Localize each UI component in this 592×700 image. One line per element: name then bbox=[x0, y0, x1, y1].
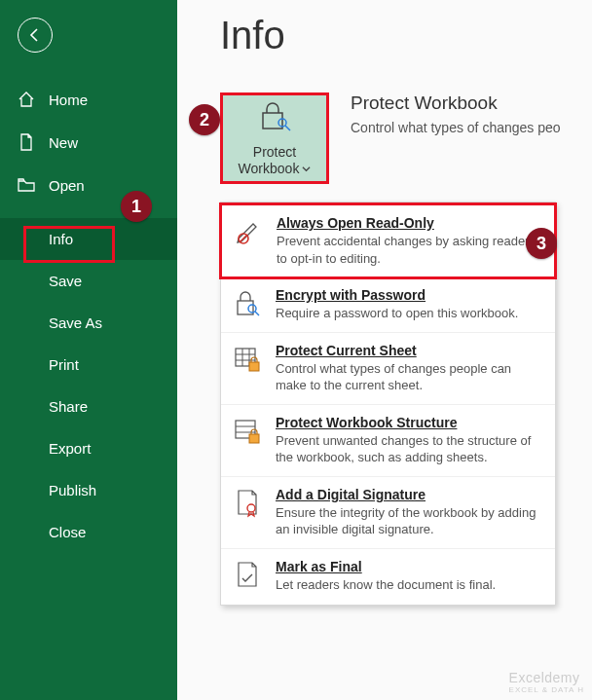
watermark: Exceldemy EXCEL & DATA H bbox=[509, 670, 584, 694]
sidebar-item-save[interactable]: Save bbox=[0, 260, 177, 302]
signature-ribbon-icon bbox=[231, 487, 264, 538]
menu-item-title: Add a Digital Signature bbox=[276, 487, 543, 502]
sidebar-item-export[interactable]: Export bbox=[0, 427, 177, 469]
protect-heading: Protect Workbook bbox=[351, 92, 561, 114]
menu-item-encrypt[interactable]: Encrypt with Password Require a password… bbox=[221, 277, 555, 333]
svg-rect-8 bbox=[249, 434, 259, 443]
sidebar-item-label: Export bbox=[49, 440, 91, 457]
lock-key-icon bbox=[231, 287, 264, 322]
sidebar-item-label: Home bbox=[49, 92, 88, 108]
sidebar-item-save-as[interactable]: Save As bbox=[0, 302, 177, 344]
protect-desc: Control what types of changes peo bbox=[351, 120, 561, 135]
protect-workbook-label: Protect Workbook bbox=[239, 144, 312, 177]
sidebar-item-label: Save bbox=[49, 273, 82, 289]
svg-point-9 bbox=[247, 504, 255, 512]
protect-workbook-description: Protect Workbook Control what types of c… bbox=[351, 92, 561, 135]
callout-badge-2: 2 bbox=[189, 104, 220, 135]
home-icon bbox=[18, 91, 35, 108]
sidebar-item-label: Info bbox=[49, 231, 73, 247]
menu-item-title: Encrypt with Password bbox=[276, 287, 543, 303]
protect-workbook-button[interactable]: Protect Workbook bbox=[220, 92, 329, 184]
menu-item-title: Protect Workbook Structure bbox=[276, 415, 543, 430]
menu-item-desc: Prevent accidental changes by asking rea… bbox=[277, 233, 542, 267]
menu-item-desc: Let readers know the document is final. bbox=[276, 576, 543, 594]
back-button[interactable] bbox=[18, 18, 53, 53]
menu-item-digital-signature[interactable]: Add a Digital Signature Ensure the integ… bbox=[221, 477, 555, 549]
workbook-lock-icon bbox=[231, 415, 264, 466]
page-title: Info bbox=[220, 14, 592, 57]
menu-item-desc: Require a password to open this workbook… bbox=[276, 305, 543, 322]
sidebar-item-publish[interactable]: Publish bbox=[0, 469, 177, 511]
protect-workbook-menu: Always Open Read-Only Prevent accidental… bbox=[220, 202, 556, 606]
sidebar-item-label: Publish bbox=[49, 482, 96, 498]
menu-item-title: Always Open Read-Only bbox=[277, 215, 542, 231]
svg-point-4 bbox=[248, 305, 256, 313]
document-final-icon bbox=[231, 559, 264, 594]
pencil-no-icon bbox=[232, 215, 265, 267]
menu-item-desc: Ensure the integrity of the workbook by … bbox=[276, 504, 543, 538]
menu-item-read-only[interactable]: Always Open Read-Only Prevent accidental… bbox=[219, 203, 557, 279]
arrow-left-icon bbox=[27, 27, 43, 43]
sidebar-item-close[interactable]: Close bbox=[0, 511, 177, 553]
new-doc-icon bbox=[18, 133, 35, 151]
sidebar-item-label: Share bbox=[49, 398, 88, 415]
svg-rect-6 bbox=[249, 362, 259, 371]
menu-item-desc: Prevent unwanted changes to the structur… bbox=[276, 432, 543, 466]
sheet-lock-icon bbox=[231, 343, 264, 394]
menu-item-mark-final[interactable]: Mark as Final Let readers know the docum… bbox=[221, 549, 555, 604]
backstage-sidebar: Home New Open Info Save Save As Print Sh… bbox=[0, 0, 177, 700]
open-folder-icon bbox=[18, 176, 35, 194]
sidebar-item-label: New bbox=[49, 134, 78, 151]
menu-item-title: Protect Current Sheet bbox=[276, 343, 543, 358]
chevron-down-icon bbox=[302, 165, 311, 173]
sidebar-item-label: Print bbox=[49, 356, 79, 373]
sidebar-item-label: Open bbox=[49, 177, 85, 194]
callout-badge-1: 1 bbox=[121, 191, 152, 222]
info-pane: Info Protect Workbook bbox=[177, 0, 592, 700]
sidebar-item-print[interactable]: Print bbox=[0, 344, 177, 386]
menu-item-protect-structure[interactable]: Protect Workbook Structure Prevent unwan… bbox=[221, 405, 555, 477]
sidebar-item-label: Close bbox=[49, 524, 86, 540]
menu-item-desc: Control what types of changes people can… bbox=[276, 360, 543, 394]
sidebar-item-new[interactable]: New bbox=[0, 121, 177, 164]
menu-item-title: Mark as Final bbox=[276, 559, 543, 574]
sidebar-item-share[interactable]: Share bbox=[0, 386, 177, 427]
sidebar-item-label: Save As bbox=[49, 314, 102, 331]
lock-key-icon bbox=[255, 99, 294, 138]
callout-badge-3: 3 bbox=[526, 228, 557, 259]
sidebar-item-home[interactable]: Home bbox=[0, 78, 177, 121]
menu-item-protect-sheet[interactable]: Protect Current Sheet Control what types… bbox=[221, 333, 555, 405]
sidebar-item-info[interactable]: Info bbox=[0, 218, 177, 260]
